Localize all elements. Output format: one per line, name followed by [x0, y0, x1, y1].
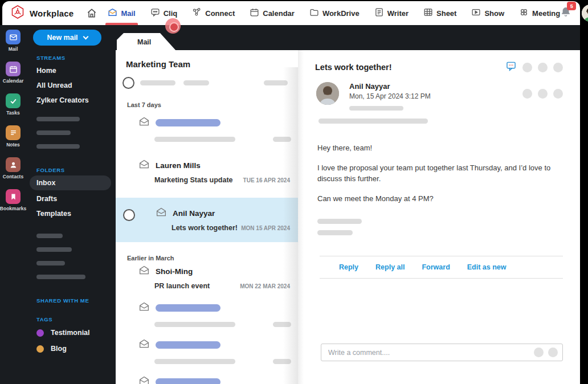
envelope-icon: [156, 207, 167, 219]
message-action-placeholder[interactable]: [522, 89, 532, 99]
rail-label: Bookmarks: [0, 206, 26, 211]
placeholder-bar: [273, 137, 291, 142]
tag-label: Testimonial: [51, 329, 90, 337]
home-icon[interactable]: [86, 7, 97, 19]
document-icon: [374, 7, 384, 19]
toolbar-action-placeholder[interactable]: [553, 63, 563, 72]
comment-input[interactable]: [328, 349, 534, 357]
topnav-item-calendar[interactable]: Calendar: [250, 1, 295, 25]
toolbar-action-placeholder[interactable]: [538, 63, 548, 72]
topnav-label: Show: [484, 9, 504, 18]
notifications-bell-icon[interactable]: 5: [560, 6, 571, 21]
folder-icon: [309, 7, 319, 19]
rail-item-mail[interactable]: Mail: [6, 30, 21, 52]
topnav-item-meeting[interactable]: Meeting: [519, 1, 560, 25]
list-toolbar: [122, 77, 288, 89]
mail-item-lauren[interactable]: Lauren Mills Marketing Stats update TUE …: [116, 152, 298, 191]
reply-actions: Reply Reply all Forward Edit as new: [317, 256, 563, 278]
reply-all-link[interactable]: Reply all: [375, 263, 405, 271]
mail-item-skeleton[interactable]: [116, 364, 298, 384]
divider: [320, 278, 563, 279]
comment-action-placeholder[interactable]: [534, 348, 544, 357]
message-reader-panel: Lets work together!: [298, 50, 580, 384]
rail-item-contacts[interactable]: Contacts: [3, 157, 23, 179]
topnav-item-mail[interactable]: Mail: [108, 1, 135, 25]
new-mail-button[interactable]: New mail: [33, 30, 101, 46]
sidebar-item-all-unread[interactable]: All Unread: [26, 78, 116, 93]
topnav-item-connect[interactable]: Connect: [192, 1, 235, 25]
sender-name: Anil Nayyar: [349, 82, 431, 91]
screen: Workplace Mail: [0, 0, 588, 384]
edit-as-new-link[interactable]: Edit as new: [467, 263, 507, 271]
rail-item-tasks[interactable]: Tasks: [6, 93, 21, 116]
mail-item-skeleton[interactable]: [116, 297, 298, 327]
placeholder-bar: [36, 234, 63, 238]
tag-label: Blog: [51, 345, 67, 353]
placeholder-bar: [156, 304, 220, 312]
chevron-down-icon: [83, 34, 88, 40]
topnav-label: Calendar: [263, 9, 295, 18]
sidebar-item-inbox[interactable]: Inbox: [30, 175, 111, 190]
sidebar-item-home[interactable]: Home: [26, 63, 116, 78]
comments-icon[interactable]: [505, 60, 517, 74]
placeholder-bar: [36, 117, 80, 121]
rail-label: Tasks: [6, 110, 19, 116]
topnav-item-show[interactable]: Show: [471, 1, 504, 25]
brand-name: Workplace: [30, 9, 74, 18]
tag-testimonial[interactable]: Testimonial: [26, 325, 116, 341]
sent-time: Mon, 15 Apr 2024 3:12 PM: [349, 92, 431, 100]
tag-blog[interactable]: Blog: [26, 341, 116, 357]
envelope-icon: [138, 338, 150, 351]
placeholder-bar: [317, 230, 353, 235]
envelope-icon: [138, 116, 150, 129]
mail-sender: Anil Nayyar: [173, 209, 215, 218]
topnav-label: Connect: [205, 9, 235, 18]
topnav-item-workdrive[interactable]: WorkDrive: [309, 1, 360, 25]
placeholder-bar: [349, 106, 403, 111]
message-subject: Lets work together!: [315, 63, 392, 72]
comment-action-placeholder[interactable]: [548, 348, 558, 357]
placeholder-bar: [273, 359, 291, 364]
mail-date: MON 15 APR 2024: [241, 225, 290, 231]
topnav-label: Writer: [387, 9, 409, 18]
mail-date: MON 22 MAR 2024: [240, 283, 290, 289]
message-action-placeholder[interactable]: [553, 89, 563, 99]
mail-item-skeleton[interactable]: [116, 108, 298, 142]
envelope-icon: [138, 375, 150, 384]
message-checkbox[interactable]: [123, 209, 135, 221]
user-avatar[interactable]: [582, 5, 588, 22]
topnav-item-writer[interactable]: Writer: [374, 1, 409, 25]
mail-item-shoi-ming[interactable]: Shoi-Ming PR launch event MON 22 MAR 202…: [116, 262, 298, 297]
rail-item-notes[interactable]: Notes: [6, 125, 21, 148]
mail-sender: Shoi-Ming: [156, 267, 193, 276]
app-rail: Mail Calendar Tasks Notes Contacts: [0, 30, 26, 211]
toolbar-action-placeholder[interactable]: [522, 63, 532, 72]
group-label-recent: Last 7 days: [127, 101, 298, 108]
forward-link[interactable]: Forward: [422, 263, 450, 271]
mail-subject: Marketing Stats update: [154, 176, 233, 184]
tag-color-dot: [36, 345, 44, 353]
topnav-item-sheet[interactable]: Sheet: [423, 1, 456, 25]
notes-app-icon: [6, 125, 21, 140]
topnav-label: Sheet: [436, 9, 456, 18]
reply-link[interactable]: Reply: [339, 263, 358, 271]
mail-item-skeleton[interactable]: [116, 327, 298, 364]
message-action-placeholder[interactable]: [538, 89, 548, 99]
rail-label: Calendar: [3, 78, 23, 84]
sidebar-item-templates[interactable]: Templates: [26, 206, 116, 221]
sidebar-item-zylker-creators[interactable]: Zylker Creators: [26, 93, 116, 108]
rail-item-bookmarks[interactable]: Bookmarks: [0, 189, 26, 211]
placeholder-bar: [36, 275, 85, 279]
mail-subject: Lets work together!: [172, 224, 238, 232]
tasks-app-icon: [6, 93, 21, 108]
shared-section-label: SHARED WITH ME: [36, 297, 116, 304]
rail-item-calendar[interactable]: Calendar: [3, 62, 23, 84]
sidebar-item-drafts[interactable]: Drafts: [26, 191, 116, 206]
topnav-label: WorkDrive: [322, 9, 360, 18]
select-all-checkbox[interactable]: [122, 77, 134, 89]
placeholder-bar: [273, 322, 291, 327]
mail-item-anil[interactable]: Anil Nayyar Lets work together! MON 15 A…: [116, 198, 298, 242]
placeholder-bar: [183, 80, 209, 85]
placeholder-bar: [156, 378, 220, 384]
folders-section-label: FOLDERS: [36, 167, 116, 173]
